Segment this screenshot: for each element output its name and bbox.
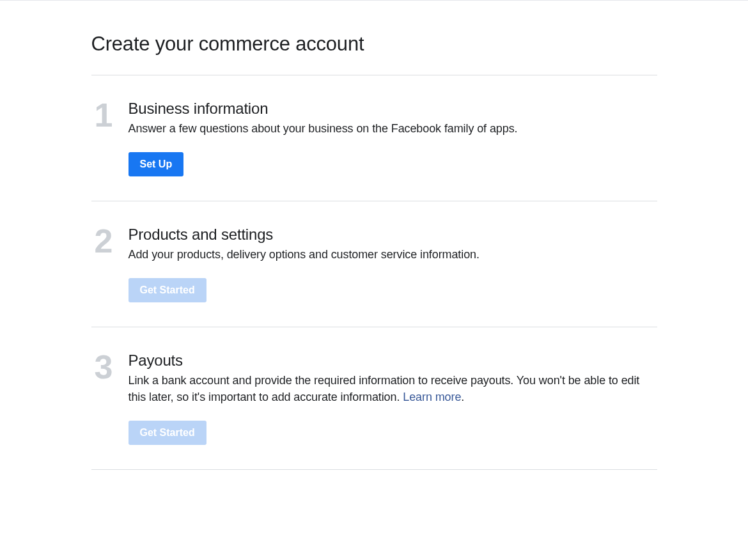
get-started-button: Get Started xyxy=(129,421,206,445)
step-business-information: 1 Business information Answer a few ques… xyxy=(91,75,657,201)
step-number: 1 xyxy=(95,98,129,132)
learn-more-link[interactable]: Learn more xyxy=(403,391,461,403)
step-description: Answer a few questions about your busine… xyxy=(129,120,657,137)
main-container: Create your commerce account 1 Business … xyxy=(91,1,657,470)
step-content: Payouts Link a bank account and provide … xyxy=(129,352,657,445)
step-title: Products and settings xyxy=(129,226,657,244)
step-description-suffix: . xyxy=(461,391,464,403)
set-up-button[interactable]: Set Up xyxy=(129,152,184,176)
get-started-button: Get Started xyxy=(129,278,206,302)
step-content: Business information Answer a few questi… xyxy=(129,100,657,176)
step-title: Business information xyxy=(129,100,657,118)
step-payouts: 3 Payouts Link a bank account and provid… xyxy=(91,327,657,470)
step-description-text: Link a bank account and provide the requ… xyxy=(129,374,640,403)
step-number: 2 xyxy=(95,224,129,258)
step-description: Link a bank account and provide the requ… xyxy=(129,372,657,405)
step-description: Add your products, delivery options and … xyxy=(129,246,657,263)
step-number: 3 xyxy=(95,350,129,384)
step-content: Products and settings Add your products,… xyxy=(129,226,657,302)
step-title: Payouts xyxy=(129,352,657,369)
page-title: Create your commerce account xyxy=(91,33,657,75)
step-products-settings: 2 Products and settings Add your product… xyxy=(91,201,657,327)
